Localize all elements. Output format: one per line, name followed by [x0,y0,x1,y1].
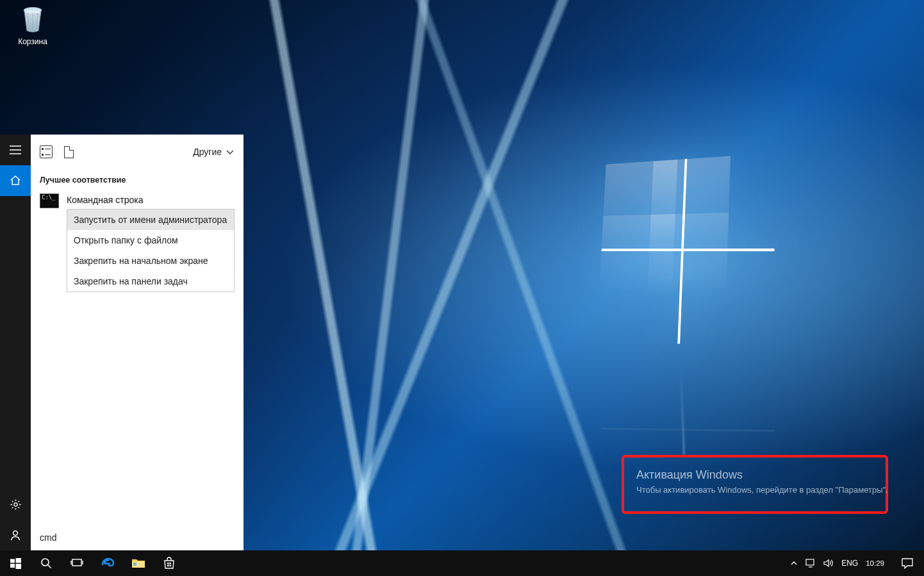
file-explorer-button[interactable] [123,550,154,576]
context-pin-to-start[interactable]: Закрепить на начальном экране [67,251,234,271]
windows-start-icon [10,558,21,569]
user-button[interactable] [0,520,31,550]
home-button[interactable] [0,165,31,196]
search-result[interactable]: Командная строка Запустить от имени адми… [31,190,243,296]
activation-title: Активация Windows [636,466,888,483]
search-filter-header: Другие [31,135,243,169]
system-tray: ENG 10:29 [790,550,924,576]
svg-point-1 [13,502,17,506]
clock[interactable]: 10:29 [866,559,884,567]
start-button[interactable] [0,550,31,576]
svg-rect-9 [70,561,72,564]
context-run-as-admin[interactable]: Запустить от имени администратора [67,210,234,230]
language-indicator[interactable]: ENG [841,559,858,568]
svg-rect-5 [10,564,15,568]
search-query-display[interactable]: cmd [31,526,243,550]
network-icon[interactable] [805,559,816,568]
store-button[interactable] [154,550,185,576]
activation-body: Чтобы активировать Windows, перейдите в … [636,484,888,497]
svg-rect-6 [15,564,21,569]
taskview-icon [70,558,83,568]
chevron-up-icon[interactable] [790,559,798,567]
recycle-bin-icon [17,4,48,35]
clock-time: 10:29 [866,559,884,567]
home-icon [10,175,21,186]
recycle-bin-label: Корзина [8,37,58,46]
chevron-down-icon [226,147,235,156]
hamburger-icon [10,145,21,154]
edge-icon [101,556,115,570]
context-pin-to-taskbar[interactable]: Закрепить на панели задач [67,271,234,292]
more-filters-label: Другие [193,147,222,157]
apps-filter-icon[interactable] [40,145,53,158]
edge-button[interactable] [92,550,123,576]
settings-button[interactable] [0,489,31,520]
svg-point-2 [13,531,18,536]
store-icon [163,557,176,570]
documents-filter-icon[interactable] [64,146,74,158]
volume-icon[interactable] [823,559,834,568]
hamburger-button[interactable] [0,135,31,165]
svg-rect-13 [167,563,169,564]
svg-rect-17 [806,559,814,565]
more-filters-button[interactable]: Другие [193,147,235,157]
action-center-button[interactable] [895,550,920,576]
best-match-label: Лучшее соответствие [31,169,243,190]
recycle-bin-desktop-icon[interactable]: Корзина [8,4,58,46]
wallpaper-reflection [599,368,775,457]
svg-point-7 [42,559,49,566]
activation-watermark: Активация Windows Чтобы активировать Win… [636,466,888,497]
cmd-icon [40,193,59,208]
gear-icon [10,498,22,511]
svg-rect-16 [170,565,172,567]
search-result-title: Командная строка [67,192,235,209]
svg-rect-14 [170,563,172,564]
svg-rect-12 [133,563,136,566]
svg-rect-8 [72,559,81,566]
file-explorer-icon [131,557,145,569]
svg-rect-4 [15,558,21,563]
svg-rect-3 [10,559,15,563]
user-icon [10,529,21,541]
action-center-icon [902,558,913,569]
svg-rect-10 [82,561,83,564]
svg-rect-15 [167,565,169,567]
search-icon [40,557,52,569]
context-open-file-location[interactable]: Открыть папку с файлом [67,230,234,251]
search-button[interactable] [31,550,62,576]
taskview-button[interactable] [62,550,92,576]
start-search-panel: Другие Лучшее соответствие Командная стр… [31,135,243,550]
taskbar: ENG 10:29 [0,550,924,576]
start-menu-rail [0,135,31,550]
context-menu: Запустить от имени администратора Открыт… [67,209,235,292]
